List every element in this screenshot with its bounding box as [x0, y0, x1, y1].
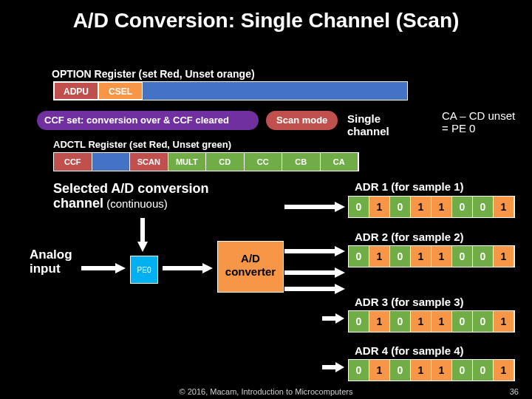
adr2-bits: 0 1 0 1 1 0 0 1	[348, 245, 515, 267]
option-csel-cell: CSEL	[98, 82, 143, 100]
bit-cell: 0	[452, 246, 473, 267]
pe0-pin-box: PE0	[130, 256, 158, 284]
scan-mode-pill: Scan mode	[266, 111, 338, 130]
bit-cell: 1	[432, 311, 452, 332]
arrow-right-icon	[319, 200, 341, 216]
adctl-cd-cell: CD	[206, 153, 245, 171]
bit-cell: 0	[473, 311, 494, 332]
bit-cell: 0	[390, 311, 411, 332]
bit-cell: 1	[494, 246, 514, 267]
bit-cell: 1	[369, 311, 390, 332]
bit-cell: 0	[349, 197, 369, 217]
bit-cell: 0	[452, 360, 473, 381]
bit-cell: 1	[494, 197, 514, 217]
bit-cell: 0	[349, 360, 369, 381]
bit-cell: 0	[452, 311, 473, 332]
analog-input-label: Analoginput	[30, 248, 72, 276]
bit-cell: 1	[432, 197, 452, 217]
adctl-cc-cell: CC	[245, 153, 283, 171]
adr4-bits: 0 1 0 1 1 0 0 1	[348, 359, 515, 381]
bit-cell: 1	[369, 360, 390, 381]
adr2-label: ADR 2 (for sample 2)	[355, 231, 464, 243]
adctl-register-bar: CCF SCAN MULT CD CC CB CA	[53, 152, 359, 171]
bit-cell: 1	[411, 246, 432, 267]
adr3-label: ADR 3 (for sample 3)	[355, 296, 464, 308]
option-register-bar: ADPU CSEL	[53, 81, 408, 100]
option-register-label: OPTION Register (set Red, Unset orange)	[52, 68, 255, 80]
bit-cell: 0	[349, 311, 369, 332]
single-channel-label: Singlechannel	[347, 112, 389, 137]
arrow-right-icon	[163, 263, 213, 273]
ccf-status-pill: CCF set: conversion over & CCF cleared	[37, 111, 259, 130]
adctl-blank-cell	[92, 153, 131, 171]
adr3-bits: 0 1 0 1 1 0 0 1	[348, 310, 515, 332]
option-adpu-cell: ADPU	[54, 82, 98, 100]
bit-cell: 1	[432, 360, 452, 381]
page-title: A/D Conversion: Single Channel (Scan)	[0, 0, 532, 35]
continuous-note: (continuous)	[103, 197, 168, 210]
bit-cell: 1	[411, 197, 432, 217]
selected-channel-label: Selected A/D conversionchannel (continuo…	[53, 181, 208, 211]
bit-cell: 0	[390, 197, 411, 217]
bit-cell: 1	[411, 360, 432, 381]
adctl-register-label: ADCTL Register (set Red, Unset green)	[53, 139, 231, 150]
arrow-branch-adr4	[322, 288, 344, 372]
arrow-down-icon	[137, 218, 148, 252]
adr1-bits: 0 1 0 1 1 0 0 1	[348, 196, 515, 218]
bit-cell: 0	[452, 197, 473, 217]
ad-converter-box: A/Dconverter	[217, 241, 284, 293]
adctl-ca-cell: CA	[321, 153, 359, 171]
bit-cell: 0	[390, 360, 411, 381]
page-number: 36	[510, 387, 519, 396]
arrow-right-icon	[284, 246, 345, 256]
adr1-label: ADR 1 (for sample 1)	[355, 180, 464, 193]
ca-cd-note: CA – CD unset= PE 0	[442, 109, 515, 134]
bit-cell: 1	[432, 246, 452, 267]
bit-cell: 1	[494, 360, 514, 381]
bit-cell: 0	[473, 360, 494, 381]
bit-cell: 1	[494, 311, 514, 332]
adr4-label: ADR 4 (for sample 4)	[355, 344, 464, 357]
bit-cell: 0	[349, 246, 369, 267]
arrow-right-icon	[81, 263, 126, 273]
bit-cell: 1	[369, 246, 390, 267]
adctl-scan-cell: SCAN	[130, 153, 168, 171]
bit-cell: 1	[369, 197, 390, 217]
adctl-cb-cell: CB	[282, 153, 321, 171]
bit-cell: 1	[411, 311, 432, 332]
bit-cell: 0	[473, 197, 494, 217]
bit-cell: 0	[390, 246, 411, 267]
footer-copyright: © 2016, Macam, Introduction to Microcomp…	[0, 387, 532, 396]
bit-cell: 0	[473, 246, 494, 267]
adctl-ccf-cell: CCF	[54, 153, 92, 171]
adctl-mult-cell: MULT	[168, 153, 207, 171]
